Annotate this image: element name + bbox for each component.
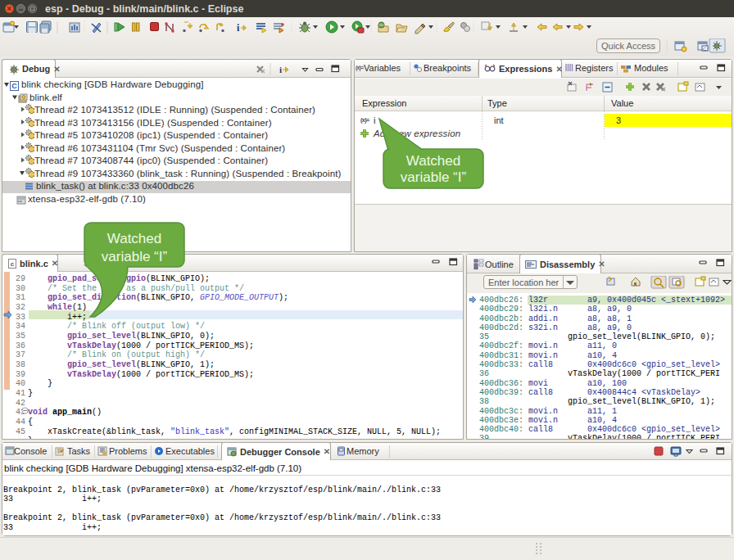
svg-text:i: i [279,65,282,75]
svg-text:Watched: Watched [107,231,161,246]
svg-text:i: i [237,22,240,34]
svg-text:Watched: Watched [406,153,460,169]
svg-text:variable “I”: variable “I” [102,249,168,264]
svg-text:c: c [11,260,15,268]
svg-text:C: C [11,82,17,90]
svg-text:variable “I”: variable “I” [401,169,467,185]
svg-text:C: C [703,47,707,52]
